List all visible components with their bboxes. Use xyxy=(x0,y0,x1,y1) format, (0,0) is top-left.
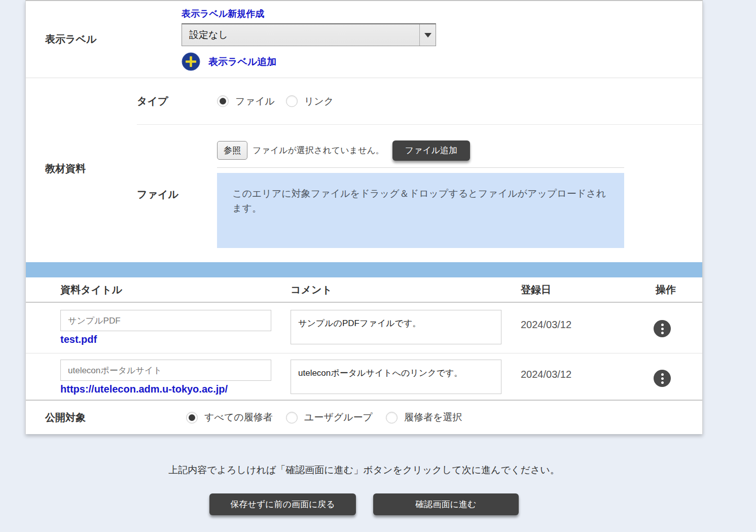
add-display-label-button[interactable]: 表示ラベル追加 xyxy=(182,52,436,71)
materials-table-header: 資料タイトル コメント 登録日 操作 xyxy=(26,277,702,303)
publish-radio-group: すべての履修者 ユーザグループ 履修者を選択 xyxy=(186,411,475,424)
header-actions: 操作 xyxy=(646,283,687,297)
header-date: 登録日 xyxy=(521,283,627,297)
back-without-saving-button[interactable]: 保存せずに前の画面に戻る xyxy=(209,493,356,515)
chevron-down-icon xyxy=(419,24,436,46)
footer-buttons: 保存せずに前の画面に戻る 確認画面に進む xyxy=(25,493,703,515)
radio-icon xyxy=(186,412,198,423)
publish-option-select-students-label: 履修者を選択 xyxy=(404,411,462,424)
publish-target-label: 公開対象 xyxy=(26,411,137,424)
material-comment-input[interactable]: サンプルのPDFファイルです。 xyxy=(291,310,501,344)
registered-date: 2024/03/12 xyxy=(521,319,627,346)
table-row: test.pdf サンプルのPDFファイルです。 2024/03/12 xyxy=(26,303,702,353)
type-option-file-label: ファイル xyxy=(235,95,275,108)
title-cell: test.pdf xyxy=(60,310,271,346)
publish-target-row: 公開対象 すべての履修者 ユーザグループ 履修者を選択 xyxy=(26,401,702,434)
display-label-select[interactable]: 設定なし xyxy=(182,23,436,46)
plus-icon xyxy=(182,52,200,71)
display-label-row-label: 表示ラベル xyxy=(26,1,182,78)
type-radio-group: ファイル リンク xyxy=(217,95,345,108)
row-menu-button[interactable] xyxy=(654,320,671,337)
kebab-icon xyxy=(661,373,664,376)
add-display-label-link-label: 表示ラベル追加 xyxy=(208,55,276,68)
file-label: ファイル xyxy=(137,140,217,248)
comment-cell: サンプルのPDFファイルです。 xyxy=(291,310,501,346)
instruction-text: 上記内容でよろしければ「確認画面に進む」ボタンをクリックして次に進んでください。 xyxy=(25,464,703,477)
proceed-to-confirmation-button[interactable]: 確認画面に進む xyxy=(373,493,519,515)
header-comment: コメント xyxy=(291,283,501,297)
material-section: 教材資料 タイプ ファイル リンク ファイル xyxy=(26,78,702,259)
material-edit-panel: 表示ラベル 表示ラベル新規作成 設定なし 表示ラベル追加 教材資料 タイプ xyxy=(25,0,703,434)
file-row: ファイル 参照 ファイルが選択されていません。 ファイル追加 このエリアに対象フ… xyxy=(137,125,702,259)
add-file-button[interactable]: ファイル追加 xyxy=(392,140,470,161)
row-menu-button[interactable] xyxy=(654,370,671,387)
actions-cell xyxy=(646,360,687,396)
browse-separator xyxy=(217,167,624,168)
publish-option-select-students[interactable]: 履修者を選択 xyxy=(386,411,462,424)
material-row-label: 教材資料 xyxy=(26,78,137,259)
material-title-input[interactable] xyxy=(60,360,271,381)
title-cell: https://utelecon.adm.u-tokyo.ac.jp/ xyxy=(60,360,271,396)
publish-option-user-group-label: ユーザグループ xyxy=(304,411,373,424)
header-title: 資料タイトル xyxy=(60,283,271,297)
display-label-select-value: 設定なし xyxy=(182,28,419,42)
material-url-link[interactable]: https://utelecon.adm.u-tokyo.ac.jp/ xyxy=(60,383,228,395)
radio-icon xyxy=(286,95,298,107)
display-label-content: 表示ラベル新規作成 設定なし 表示ラベル追加 xyxy=(182,1,436,78)
browse-row: 参照 ファイルが選択されていません。 ファイル追加 xyxy=(217,140,624,160)
type-option-link[interactable]: リンク xyxy=(286,95,334,108)
table-row: https://utelecon.adm.u-tokyo.ac.jp/ utel… xyxy=(26,353,702,401)
comment-cell: uteleconポータルサイトへのリンクです。 xyxy=(291,360,501,396)
material-file-link[interactable]: test.pdf xyxy=(60,334,97,345)
dropzone-text: このエリアに対象ファイルをドラッグ＆ドロップするとファイルがアップロードされます… xyxy=(232,188,606,214)
radio-icon xyxy=(217,95,229,107)
create-display-label-link[interactable]: 表示ラベル新規作成 xyxy=(182,8,264,20)
radio-icon xyxy=(286,412,298,423)
radio-icon xyxy=(386,412,398,423)
publish-option-all-students-label: すべての履修者 xyxy=(204,411,273,424)
type-option-link-label: リンク xyxy=(304,95,334,108)
kebab-icon xyxy=(661,324,664,326)
type-row: タイプ ファイル リンク xyxy=(137,78,702,125)
type-label: タイプ xyxy=(137,94,217,108)
section-divider-bar xyxy=(26,262,702,277)
publish-option-all-students[interactable]: すべての履修者 xyxy=(186,411,273,424)
footer: 上記内容でよろしければ「確認画面に進む」ボタンをクリックして次に進んでください。… xyxy=(25,464,703,515)
publish-option-user-group[interactable]: ユーザグループ xyxy=(286,411,373,424)
browse-button[interactable]: 参照 xyxy=(217,141,247,160)
material-title-input[interactable] xyxy=(60,310,271,331)
display-label-section: 表示ラベル 表示ラベル新規作成 設定なし 表示ラベル追加 xyxy=(26,1,702,78)
no-file-selected-text: ファイルが選択されていません。 xyxy=(253,145,384,156)
file-dropzone[interactable]: このエリアに対象ファイルをドラッグ＆ドロップするとファイルがアップロードされます… xyxy=(217,173,624,248)
material-comment-input[interactable]: uteleconポータルサイトへのリンクです。 xyxy=(291,360,501,394)
type-option-file[interactable]: ファイル xyxy=(217,95,275,108)
registered-date: 2024/03/12 xyxy=(521,369,627,396)
actions-cell xyxy=(646,310,687,346)
